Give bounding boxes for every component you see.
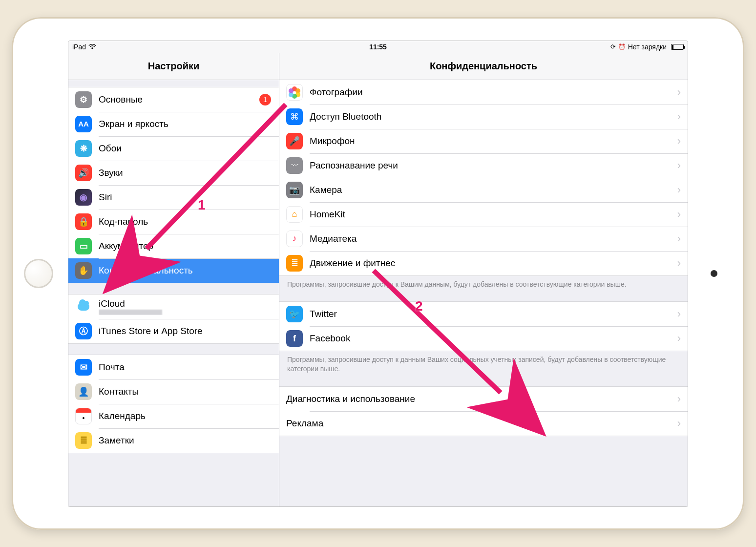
status-bar: iPad 11:55 ⟳ ⏰ Нет зарядки: [68, 41, 688, 53]
privacy-item-label: Реклама: [286, 418, 677, 429]
privacy-item-label: Twitter: [310, 309, 677, 319]
chevron-right-icon: ›: [677, 110, 681, 123]
privacy-item-label: HomeKit: [310, 209, 677, 220]
chevron-right-icon: ›: [677, 159, 681, 172]
privacy-item-label: Движение и фитнес: [310, 258, 677, 269]
privacy-item-label: Диагностика и использование: [286, 394, 677, 404]
siri-icon: ◉: [75, 189, 92, 206]
alarm-icon: ⏰: [618, 43, 626, 50]
sidebar-item-display[interactable]: AAЭкран и яркость: [68, 112, 279, 136]
chevron-right-icon: ›: [677, 184, 681, 196]
privacy-item-twitter[interactable]: 🐦Twitter›: [279, 302, 688, 326]
sidebar-item-label: Экран и яркость: [99, 119, 271, 129]
home-button[interactable]: [24, 259, 53, 288]
privacy-group-social: 🐦Twitter›fFacebook›: [279, 301, 688, 351]
sound-icon: 🔊: [75, 165, 92, 181]
sidebar-item-label: Конфиденциальность: [99, 265, 271, 276]
sidebar-group-1: ⚙︎Основные1AAЭкран и яркость❋Обои🔊Звуки◉…: [68, 87, 279, 283]
privacy-item-label: Фотографии: [310, 87, 677, 98]
sidebar-item-notes[interactable]: ≣Заметки: [68, 428, 279, 453]
sidebar-item-icloud[interactable]: iCloud: [68, 295, 279, 319]
chevron-right-icon: ›: [677, 257, 681, 270]
media-icon: ♪: [286, 231, 303, 247]
detail-title: Конфиденциальность: [279, 53, 688, 80]
privacy-footer-1: Программы, запросившие доступ к Вашим да…: [279, 276, 688, 289]
privacy-item-facebook[interactable]: fFacebook›: [279, 326, 688, 351]
battery-icon: [671, 44, 684, 50]
passcode-icon: 🔒: [75, 213, 92, 230]
device-label: iPad: [72, 43, 86, 51]
bluetooth-icon: ⌘: [286, 108, 303, 125]
sidebar-item-label: Звуки: [99, 168, 271, 178]
sidebar-item-label: Контакты: [99, 386, 271, 397]
gear-icon: ⚙︎: [75, 91, 92, 108]
sidebar-item-label: iCloud: [99, 298, 271, 315]
detail-pane: Конфиденциальность Фотографии›⌘Доступ Bl…: [279, 53, 688, 506]
chevron-right-icon: ›: [677, 232, 681, 245]
privacy-item-label: Доступ Bluetooth: [310, 111, 677, 122]
camera-icon: 📷: [286, 182, 303, 198]
screen: iPad 11:55 ⟳ ⏰ Нет зарядки Настройки: [68, 41, 688, 507]
ipad-frame: iPad 11:55 ⟳ ⏰ Нет зарядки Настройки: [12, 17, 744, 530]
rotation-lock-icon: ⟳: [610, 43, 616, 50]
sidebar-item-passcode[interactable]: 🔒Код-пароль: [68, 210, 279, 234]
sidebar-item-sound[interactable]: 🔊Звуки: [68, 161, 279, 185]
motion-icon: ≣: [286, 255, 303, 272]
privacy-item-diag[interactable]: Диагностика и использование›: [279, 387, 688, 411]
battery-text: Нет зарядки: [628, 43, 667, 51]
sidebar-item-label: iTunes Store и App Store: [99, 326, 271, 337]
sidebar-item-calendar[interactable]: •Календарь: [68, 404, 279, 428]
sidebar-group-2: iCloudⒶiTunes Store и App Store: [68, 294, 279, 344]
sidebar-item-mail[interactable]: ✉︎Почта: [68, 355, 279, 379]
privacy-footer-2: Программы, запросившие доступ к данным В…: [279, 351, 688, 374]
chevron-right-icon: ›: [677, 308, 681, 320]
privacy-group-system: Диагностика и использование›Реклама›: [279, 386, 688, 436]
sidebar-item-contacts[interactable]: 👤Контакты: [68, 379, 279, 404]
sidebar-item-wallpaper[interactable]: ❋Обои: [68, 136, 279, 161]
privacy-item-media[interactable]: ♪Медиатека›: [279, 227, 688, 251]
calendar-icon: •: [75, 408, 92, 424]
appstore-icon: Ⓐ: [75, 323, 92, 339]
chevron-right-icon: ›: [677, 417, 681, 430]
settings-sidebar: Настройки ⚙︎Основные1AAЭкран и яркость❋О…: [68, 53, 279, 506]
sidebar-item-label: Код-пароль: [99, 216, 271, 227]
sidebar-item-label: Siri: [99, 192, 271, 203]
mail-icon: ✉︎: [75, 359, 92, 376]
sidebar-item-battery[interactable]: ▭Аккумулятор: [68, 234, 279, 258]
battery-icon: ▭: [75, 238, 92, 254]
contacts-icon: 👤: [75, 383, 92, 400]
chevron-right-icon: ›: [677, 135, 681, 147]
chevron-right-icon: ›: [677, 393, 681, 405]
sidebar-group-3: ✉︎Почта👤Контакты•Календарь≣Заметки: [68, 355, 279, 453]
privacy-item-speech[interactable]: 〰Распознавание речи›: [279, 153, 688, 178]
sidebar-item-label: Заметки: [99, 435, 271, 446]
notes-icon: ≣: [75, 432, 92, 449]
privacy-item-photos[interactable]: Фотографии›: [279, 80, 688, 105]
status-time: 11:55: [369, 43, 387, 51]
sidebar-item-general[interactable]: ⚙︎Основные1: [68, 87, 279, 112]
badge: 1: [259, 94, 271, 105]
front-camera: [711, 270, 717, 277]
speech-icon: 〰: [286, 157, 303, 174]
sidebar-item-appstore[interactable]: ⒶiTunes Store и App Store: [68, 319, 279, 343]
mic-icon: 🎤: [286, 133, 303, 149]
wifi-icon: [88, 44, 96, 50]
sidebar-item-privacy[interactable]: ✋Конфиденциальность: [68, 258, 279, 283]
icloud-icon: [75, 298, 92, 315]
sidebar-title: Настройки: [68, 53, 279, 80]
privacy-item-ads[interactable]: Реклама›: [279, 411, 688, 436]
privacy-item-camera[interactable]: 📷Камера›: [279, 178, 688, 202]
chevron-right-icon: ›: [677, 208, 681, 221]
privacy-item-label: Микрофон: [310, 136, 677, 147]
privacy-item-motion[interactable]: ≣Движение и фитнес›: [279, 251, 688, 275]
chevron-right-icon: ›: [677, 332, 681, 345]
sidebar-item-label: Обои: [99, 143, 271, 154]
privacy-item-mic[interactable]: 🎤Микрофон›: [279, 129, 688, 153]
privacy-item-bluetooth[interactable]: ⌘Доступ Bluetooth›: [279, 105, 688, 129]
photos-icon: [286, 84, 303, 101]
privacy-item-homekit[interactable]: ⌂HomeKit›: [279, 202, 688, 227]
sidebar-item-siri[interactable]: ◉Siri: [68, 185, 279, 210]
sidebar-item-label: Аккумулятор: [99, 241, 271, 252]
homekit-icon: ⌂: [286, 206, 303, 223]
sidebar-item-label: Календарь: [99, 411, 271, 421]
